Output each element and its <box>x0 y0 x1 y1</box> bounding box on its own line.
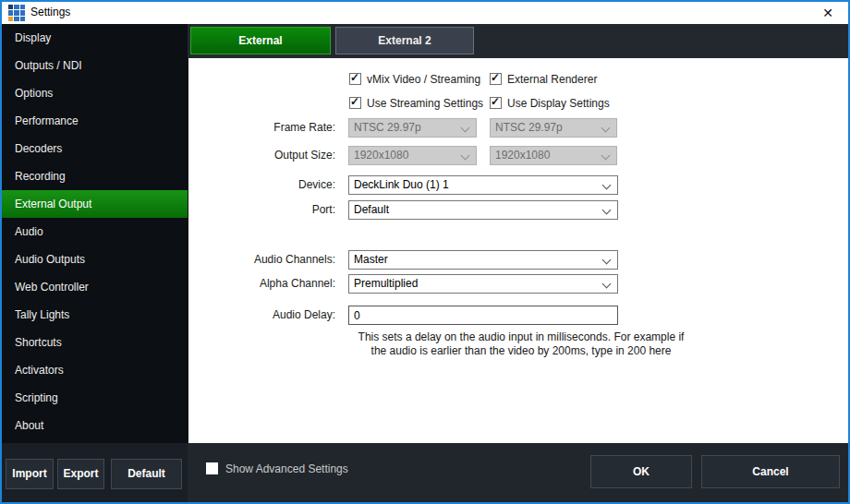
sidebar-item-audio[interactable]: Audio <box>2 218 188 246</box>
sidebar-item-decoders[interactable]: Decoders <box>2 135 188 162</box>
sidebar-footer: Import Export Default <box>2 443 188 502</box>
audio-delay-input[interactable] <box>348 306 618 325</box>
checkbox-checked-icon: ✓ <box>490 73 502 85</box>
chevron-down-icon <box>461 124 470 133</box>
sidebar-item-display[interactable]: Display <box>2 24 188 52</box>
default-button[interactable]: Default <box>111 459 182 489</box>
footer-bar: Show Advanced Settings OK Cancel <box>188 443 848 502</box>
settings-window: Settings ✕ Display Outputs / NDI Options… <box>0 0 850 504</box>
chevron-down-icon <box>601 151 611 161</box>
chevron-down-icon <box>602 181 612 190</box>
device-label: Device: <box>188 175 335 195</box>
import-button[interactable]: Import <box>6 459 54 489</box>
audio-channels-label: Audio Channels: <box>188 250 335 270</box>
titlebar: Settings ✕ <box>2 2 848 24</box>
tab-external-2[interactable]: External 2 <box>335 27 474 54</box>
audio-channels-select[interactable]: Master <box>348 250 618 270</box>
output-size-select-1: 1920x1080 <box>348 146 477 165</box>
sidebar-item-web-controller[interactable]: Web Controller <box>2 273 188 301</box>
output-size-label: Output Size: <box>188 146 335 165</box>
export-button[interactable]: Export <box>57 459 104 489</box>
checkbox-label: Use Streaming Settings <box>367 97 483 110</box>
checkbox-label: External Renderer <box>507 73 597 86</box>
external-output-panel: ✓ vMix Video / Streaming ✓ External Rend… <box>188 58 848 443</box>
sidebar-item-tally-lights[interactable]: Tally Lights <box>2 301 188 329</box>
checkbox-label: Use Display Settings <box>507 97 610 110</box>
checkbox-checked-icon: ✓ <box>349 97 361 109</box>
chevron-down-icon <box>601 124 611 133</box>
cancel-button[interactable]: Cancel <box>701 455 840 488</box>
audio-delay-label: Audio Delay: <box>188 306 335 325</box>
ok-button[interactable]: OK <box>590 455 692 488</box>
chevron-down-icon <box>461 151 470 161</box>
checkbox-unchecked-icon <box>206 462 218 474</box>
alpha-channel-label: Alpha Channel: <box>188 274 335 294</box>
sidebar-item-recording[interactable]: Recording <box>2 162 188 190</box>
sidebar-item-shortcuts[interactable]: Shortcuts <box>2 329 188 356</box>
frame-rate-label: Frame Rate: <box>188 118 335 138</box>
frame-rate-select-1: NTSC 29.97p <box>348 118 477 138</box>
alpha-channel-select[interactable]: Premultiplied <box>348 274 618 294</box>
window-title: Settings <box>30 6 70 18</box>
output-size-select-2: 1920x1080 <box>490 146 617 165</box>
sidebar-item-scripting[interactable]: Scripting <box>2 384 188 412</box>
chevron-down-icon <box>602 206 612 215</box>
chevron-down-icon <box>602 256 612 265</box>
sidebar-item-about[interactable]: About <box>2 412 188 439</box>
show-advanced-label: Show Advanced Settings <box>225 462 348 475</box>
tab-external[interactable]: External <box>190 27 331 54</box>
checkbox-checked-icon: ✓ <box>490 97 502 109</box>
sidebar-item-outputs-ndi[interactable]: Outputs / NDI <box>2 52 188 79</box>
sidebar-item-activators[interactable]: Activators <box>2 356 188 384</box>
sidebar-item-external-output[interactable]: External Output <box>2 190 188 218</box>
sidebar-item-options[interactable]: Options <box>2 79 188 107</box>
port-select[interactable]: Default <box>348 200 618 220</box>
tab-strip: External External 2 <box>188 24 848 58</box>
sidebar: Display Outputs / NDI Options Performanc… <box>2 24 188 443</box>
vmix-logo-icon <box>8 5 25 21</box>
audio-delay-help-text: This sets a delay on the audio input in … <box>318 330 724 358</box>
checkbox-label: vMix Video / Streaming <box>367 73 480 86</box>
checkbox-checked-icon: ✓ <box>349 73 361 85</box>
frame-rate-select-2: NTSC 29.97p <box>490 118 617 138</box>
close-icon[interactable]: ✕ <box>819 5 837 21</box>
device-select[interactable]: DeckLink Duo (1) 1 <box>348 175 618 195</box>
port-label: Port: <box>188 200 335 220</box>
sidebar-item-performance[interactable]: Performance <box>2 107 188 135</box>
chevron-down-icon <box>602 280 612 289</box>
sidebar-item-audio-outputs[interactable]: Audio Outputs <box>2 246 188 273</box>
